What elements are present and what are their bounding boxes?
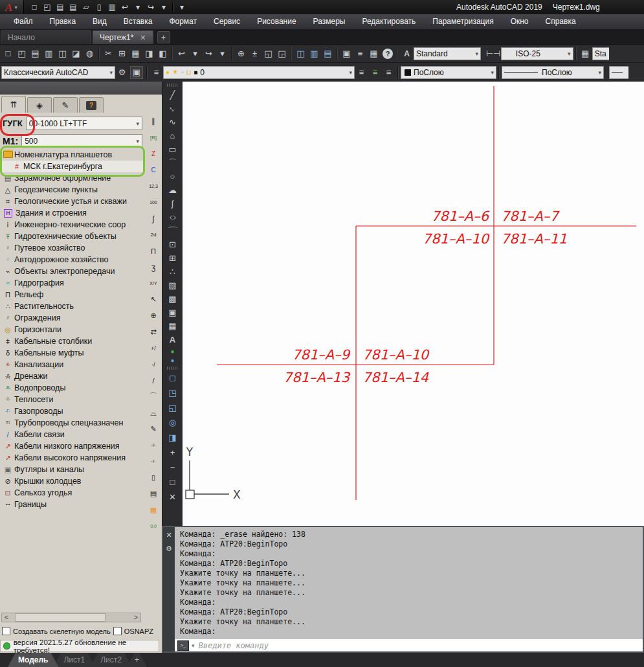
polygon-icon[interactable]: ⌂ [165,129,181,142]
tree-item[interactable]: ⊡Сельхоз угодья [1,487,144,499]
palette-tab[interactable]: ⇈ [1,96,26,113]
lineweight-select[interactable] [609,66,628,79]
segment-icon[interactable]: / [146,374,161,387]
zoom-window-icon[interactable]: ◱ [261,47,275,61]
layer-select[interactable]: ● ☀ ▫ ⊔ ■ 0 ▾ [163,66,355,79]
save-icon[interactable]: ▤ [54,1,67,14]
workspace-settings-icon[interactable]: ▣ [130,66,143,79]
point-icon[interactable]: ∴ [165,265,181,278]
match-properties-icon[interactable]: ◨ [142,47,156,61]
zoom-all-icon[interactable]: □ [165,475,181,489]
zoom-window-icon[interactable]: ◻ [165,371,181,385]
caret-down-icon[interactable]: ▾ [157,1,170,14]
classifier-select[interactable]: 00-1000 LT+TTF▾ [26,117,142,130]
scroll-right-arrow[interactable]: > [131,614,140,621]
ellipse-arc-icon[interactable]: ⌒ [161,224,184,238]
coord-zero-icon[interactable]: 0.0 [146,520,161,532]
file-tab[interactable]: Чертеж1*✕ [93,30,153,44]
color-select[interactable]: ПоСлою▾ [401,66,496,79]
pick-arrow-icon[interactable]: ↖ [146,293,161,306]
layer-translate-icon[interactable]: ≡ [353,47,367,61]
tree-item[interactable]: ТтТрубопроводы спецназначен [1,417,144,429]
toolbar-grip[interactable] [167,84,179,87]
make-block-icon[interactable]: ⊞ [165,251,181,265]
toolbar-grip[interactable] [167,367,179,370]
tree-item[interactable]: ≈Гидрография [1,277,144,289]
plot-preview-icon[interactable]: ◫ [56,47,69,61]
point-ratio-icon[interactable]: 100 [146,196,161,209]
menu-item[interactable]: Вставка [115,14,161,29]
menu-item[interactable]: Параметризация [424,14,502,29]
hatch-pick-icon[interactable]: ∥ [146,115,161,128]
caret-down-icon[interactable]: ▾ [188,47,202,61]
menu-item[interactable]: Правка [41,14,85,29]
block-pick-icon[interactable]: [B] [146,131,161,144]
caret-down-icon[interactable]: ▾ [131,1,144,14]
menu-item[interactable]: Формат [161,14,205,29]
layout-tab[interactable]: Лист2 [90,653,132,667]
palette-tab[interactable]: ◈ [27,97,52,113]
menu-item[interactable]: Файл [5,14,41,29]
table-icon[interactable]: ▦ [165,319,181,333]
undo-icon[interactable]: ↩ [118,1,131,14]
zoom-extents-icon[interactable]: ✕ [165,490,181,504]
tree-item[interactable]: Номенклатура планшетов [1,149,144,161]
edit-direction-icon[interactable]: ⇄ [146,326,161,338]
zoom-dynamic-icon[interactable]: ◳ [165,386,181,400]
new-file-icon[interactable]: □ [1,47,15,61]
pencil-icon[interactable]: ✎ [146,423,161,435]
tree-item[interactable]: //Путевое хозяйство [1,242,144,254]
save-icon[interactable]: ▤ [28,47,42,61]
zoom-out-icon[interactable]: − [165,460,181,474]
insert-block-icon[interactable]: ⊡ [165,238,181,251]
text-style-select[interactable]: Standard▾ [414,47,481,60]
dotted-segment-icon[interactable]: ·/· [146,455,161,468]
region-icon[interactable]: ▣ [165,306,181,319]
dim-style-icon[interactable]: ⊢⊣ [486,47,501,61]
osnapz-checkbox[interactable] [113,627,122,635]
menu-item[interactable]: Справка [537,14,584,29]
table-style-icon[interactable]: ▦ [579,47,592,61]
cut-icon[interactable]: ✂ [102,47,115,61]
dim-style-select[interactable]: ISO-25▾ [501,47,573,60]
copy-sheet-icon[interactable]: ▣ [340,47,353,61]
layer-states-icon[interactable]: ≡ [355,65,368,80]
tree-item[interactable]: -В-Водопроводы [1,382,144,394]
sheet-set-icon[interactable]: ▥ [307,47,321,61]
rotate-point-icon[interactable]: ⊕ [146,310,161,322]
publish-icon[interactable]: ◪ [69,47,83,61]
tree-item[interactable]: ⌁Объекты электропередачи [1,266,144,277]
osnap-dot-blue-icon[interactable]: ● [165,356,181,365]
layer-properties-icon[interactable]: ≡ [150,65,163,80]
polyline-2d-icon[interactable]: 2d [146,229,161,241]
tree-item[interactable]: HЗдания и строения [1,207,144,219]
zoom-center-icon[interactable]: ◎ [165,416,181,429]
point-elev-icon[interactable]: 12,3 [146,180,161,192]
add-vertex-icon[interactable]: +/ [146,342,161,354]
file-tab[interactable]: Начало [1,30,91,44]
layer-thaw-sun-icon[interactable]: ☀ [172,68,179,76]
rectangle-icon[interactable]: ▭ [165,142,181,156]
app-menu-button[interactable]: A ▼ [0,0,24,14]
tree-item[interactable]: #МСК г.Екатеринбурга [1,161,144,172]
circle-icon[interactable]: ○ [165,170,181,183]
tree-item[interactable]: ǂКабельные столбики [1,335,144,347]
zoom-object-icon[interactable]: ◨ [165,431,181,444]
linetype-select[interactable]: ПоСлою▾ [502,66,604,79]
tree-item[interactable]: -Т-Теплосети [1,394,144,405]
zoom-in-icon[interactable]: + [165,446,181,459]
swap-xy-icon[interactable]: X/Y [146,277,161,289]
lasso-icon[interactable]: ʒ [146,261,161,273]
export-doc-icon[interactable]: ▯ [146,471,161,484]
viewports-icon[interactable]: ◫ [294,47,307,61]
gradient-icon[interactable]: ▩ [165,292,181,306]
tree-item[interactable]: ▤Зарамочное оформление [1,172,144,184]
workspace-select[interactable]: Классический AutoCAD▾ [1,66,115,79]
arc-flip-icon[interactable]: ⌓ [146,407,161,419]
markup-erase-icon[interactable]: ▤ [146,488,161,500]
tree-item[interactable]: ◎Горизонтали [1,324,144,335]
tree-item[interactable]: //Автодорожное хозяйство [1,254,144,266]
menu-item[interactable]: Размеры [305,14,354,29]
zoom-previous-icon[interactable]: ◲ [275,47,289,61]
tree-item[interactable]: ▣Футляры и каналы [1,464,144,475]
